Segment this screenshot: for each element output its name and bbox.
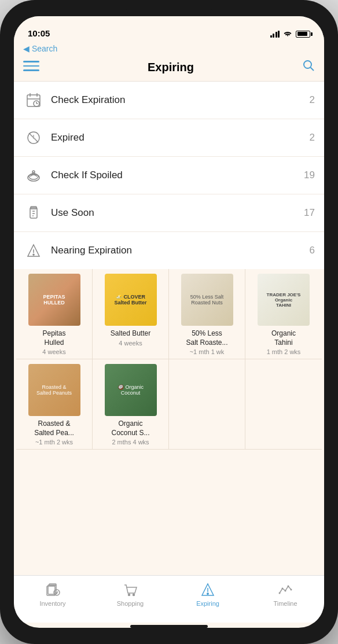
coconut-image: 🥥 OrganicCoconut (105, 364, 157, 416)
nearing-expiration-label: Nearing Expiration (51, 245, 310, 256)
tahini-image: TRADER JOE'SOrganicTAHINI (258, 274, 310, 326)
wifi-icon (283, 30, 292, 38)
tab-expiring[interactable]: Expiring (169, 580, 247, 607)
nearing-expiration-count: 6 (310, 245, 315, 256)
pepitas-name: PepitasHulled (42, 329, 65, 347)
timeline-icon (277, 582, 293, 598)
expired-count: 2 (310, 132, 315, 143)
page-title: Expiring (148, 61, 194, 74)
salted-butter-image: 🧈 CLOVERSalted Butter (105, 274, 157, 326)
coconut-date: 2 mths 4 wks (112, 439, 149, 446)
svg-point-29 (285, 590, 286, 592)
svg-point-24 (133, 594, 135, 596)
use-soon-count: 17 (304, 207, 315, 219)
pepitas-placeholder: PEPITASHULLED (28, 274, 80, 326)
expiring-tab-label: Expiring (196, 600, 219, 607)
header: Expiring (14, 57, 324, 81)
svg-line-1 (310, 68, 314, 71)
peanuts-placeholder: Roasted &Salted Peanuts (28, 364, 80, 416)
grid-item-salted-butter[interactable]: 🧈 CLOVERSalted Butter Salted Butter 4 we… (93, 269, 169, 359)
salted-butter-date: 4 weeks (119, 340, 142, 347)
svg-point-26 (207, 593, 208, 594)
svg-point-28 (282, 588, 284, 590)
status-time: 10:05 (28, 28, 50, 38)
tab-shopping[interactable]: Shopping (91, 580, 169, 607)
roasted-nuts-name: 50% LessSalt Roaste... (186, 329, 227, 347)
menu-button[interactable] (23, 61, 39, 73)
list-item-nearing-expiration[interactable]: Nearing Expiration 6 (14, 232, 324, 269)
peanuts-image: Roasted &Salted Peanuts (28, 364, 80, 416)
svg-point-31 (291, 589, 292, 591)
use-soon-label: Use Soon (51, 207, 304, 219)
nearing-expiration-icon (23, 240, 44, 261)
grid-item-roasted-nuts[interactable]: 50% Less SaltRoasted Nuts 50% LessSalt R… (169, 269, 245, 359)
tahini-name: OrganicTahini (271, 329, 296, 347)
expired-icon (23, 127, 44, 148)
tahini-date: 1 mth 2 wks (267, 348, 301, 355)
check-expiration-icon (23, 90, 44, 111)
inventory-tab-label: Inventory (39, 600, 65, 607)
tab-bar: Inventory Shopping (14, 575, 324, 623)
svg-point-30 (288, 586, 289, 587)
salted-butter-name: Salted Butter (111, 329, 150, 338)
svg-point-23 (128, 594, 130, 596)
check-if-spoiled-count: 19 (304, 170, 315, 181)
roasted-nuts-date: ~1 mth 1 wk (190, 348, 225, 355)
pepitas-image: PEPITASHULLED (28, 274, 80, 326)
inventory-icon (45, 582, 61, 598)
search-icon[interactable] (302, 59, 315, 75)
menu-line (23, 69, 39, 71)
notch (126, 0, 212, 16)
home-indicator (130, 625, 208, 628)
check-expiration-label: Check Expiration (51, 94, 310, 106)
category-list: Check Expiration 2 Expired 2 (14, 81, 324, 269)
peanuts-date: ~1 mth 2 wks (35, 439, 73, 446)
svg-point-27 (279, 593, 281, 594)
product-grid: PEPITASHULLED PepitasHulled 4 weeks 🧈 CL… (14, 269, 324, 575)
svg-point-18 (33, 254, 34, 255)
check-if-spoiled-icon (23, 165, 44, 186)
grid-item-tahini[interactable]: TRADER JOE'SOrganicTAHINI OrganicTahini … (245, 269, 322, 359)
back-label[interactable]: ◀ Search (23, 44, 315, 53)
coconut-name: OrganicCoconut S... (111, 419, 149, 437)
check-expiration-count: 2 (310, 94, 315, 106)
tab-timeline[interactable]: Timeline (247, 580, 324, 607)
phone-frame: 10:05 (0, 0, 338, 644)
timeline-tab-label: Timeline (273, 600, 297, 607)
tahini-placeholder: TRADER JOE'SOrganicTAHINI (258, 274, 310, 326)
expiring-icon (200, 582, 216, 598)
menu-line (23, 61, 39, 62)
coconut-placeholder: 🥥 OrganicCoconut (105, 364, 157, 416)
roasted-nuts-image: 50% Less SaltRoasted Nuts (181, 274, 233, 326)
peanuts-name: Roasted &Salted Pea... (34, 419, 74, 437)
nuts-placeholder: 50% Less SaltRoasted Nuts (181, 274, 233, 326)
tab-inventory[interactable]: Inventory (14, 580, 91, 607)
shopping-tab-label: Shopping (117, 600, 144, 607)
grid-item-coconut[interactable]: 🥥 OrganicCoconut OrganicCoconut S... 2 m… (93, 359, 169, 450)
status-bar: 10:05 (14, 16, 324, 42)
empty-cell-2 (245, 359, 322, 450)
list-item-check-expiration[interactable]: Check Expiration 2 (14, 82, 324, 119)
list-item-check-if-spoiled[interactable]: Check If Spoiled 19 (14, 157, 324, 194)
pepitas-date: 4 weeks (42, 348, 65, 355)
svg-point-0 (304, 61, 311, 68)
status-icons (270, 30, 311, 38)
use-soon-icon (23, 203, 44, 223)
back-navigation[interactable]: ◀ Search (14, 42, 324, 57)
grid-item-peanuts[interactable]: Roasted &Salted Peanuts Roasted &Salted … (16, 359, 93, 450)
list-item-use-soon[interactable]: Use Soon 17 (14, 194, 324, 232)
check-if-spoiled-label: Check If Spoiled (51, 170, 304, 181)
list-item-expired[interactable]: Expired 2 (14, 119, 324, 157)
svg-point-11 (32, 171, 35, 173)
expired-label: Expired (51, 132, 310, 143)
grid-item-pepitas[interactable]: PEPITASHULLED PepitasHulled 4 weeks (16, 269, 93, 359)
phone-screen: 10:05 (14, 16, 324, 628)
grid-container: PEPITASHULLED PepitasHulled 4 weeks 🧈 CL… (14, 269, 324, 450)
butter-placeholder: 🧈 CLOVERSalted Butter (105, 274, 157, 326)
menu-line (23, 65, 39, 67)
battery-icon (296, 31, 310, 38)
shopping-icon (122, 582, 138, 598)
signal-icon (270, 31, 280, 38)
empty-cell-1 (169, 359, 245, 450)
